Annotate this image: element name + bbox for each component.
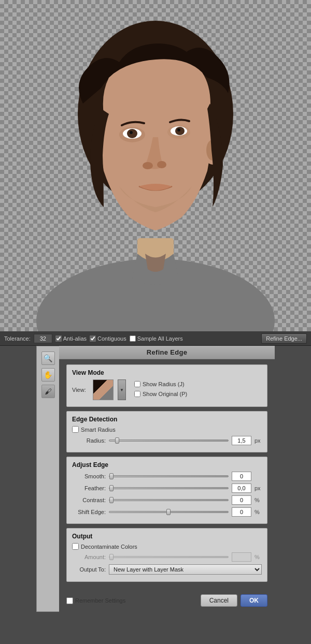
- dialog-footer: Remember Settings Cancel OK: [59, 591, 275, 612]
- anti-alias-checkbox[interactable]: [55, 335, 62, 342]
- contiguous-label: Contiguous: [97, 335, 126, 342]
- view-thumbnail[interactable]: [93, 379, 114, 400]
- output-to-row: Output To: New Layer with Layer Mask Sel…: [72, 564, 262, 575]
- amount-slider-track: [109, 556, 229, 558]
- feather-unit: px: [255, 485, 262, 491]
- refine-edge-dialog-wrapper: 🔍 ✋ 🖌 Refine Edge View Mode View: ▼: [36, 346, 275, 612]
- contiguous-group: Contiguous: [90, 335, 126, 342]
- contrast-value-input[interactable]: [232, 495, 251, 505]
- feather-label: Feather:: [72, 485, 106, 491]
- amount-label: Amount:: [72, 554, 106, 560]
- amount-value-input: [232, 552, 251, 562]
- toolbar: Tolerance: Anti-alias Contiguous Sample …: [0, 331, 311, 346]
- remember-settings-checkbox[interactable]: [66, 597, 73, 604]
- show-original-label: Show Original (P): [143, 391, 187, 397]
- view-mode-title: View Mode: [72, 369, 262, 376]
- decontaminate-label: Decontaminate Colors: [81, 544, 137, 550]
- brush-icon: 🖌: [45, 387, 52, 396]
- shift-edge-row: Shift Edge: %: [72, 507, 262, 517]
- dialog-title: Refine Edge: [59, 346, 275, 359]
- show-original-row: Show Original (P): [134, 391, 187, 397]
- cancel-button[interactable]: Cancel: [201, 594, 237, 607]
- output-section: Output Decontaminate Colors Amount: % Ou…: [66, 528, 267, 582]
- show-radius-checkbox[interactable]: [134, 381, 140, 387]
- smooth-value-input[interactable]: [232, 472, 251, 481]
- radius-slider-track[interactable]: [109, 440, 229, 442]
- ok-button[interactable]: OK: [241, 594, 267, 607]
- show-radius-row: Show Radius (J): [134, 381, 187, 387]
- canvas-area: [0, 0, 311, 331]
- amount-row: Amount: %: [72, 552, 262, 562]
- output-to-label: Output To:: [72, 566, 106, 573]
- magnify-tool-button[interactable]: 🔍: [41, 352, 55, 365]
- shift-edge-slider-track[interactable]: [109, 511, 229, 513]
- remember-settings-row: Remember Settings: [66, 597, 197, 604]
- radius-unit: px: [255, 437, 262, 444]
- feather-row: Feather: px: [72, 484, 262, 493]
- smart-radius-checkbox[interactable]: [72, 426, 79, 433]
- edge-detection-title: Edge Detection: [72, 416, 262, 423]
- anti-alias-group: Anti-alias: [55, 335, 87, 342]
- show-radius-label: Show Radius (J): [143, 381, 185, 387]
- show-original-checkbox[interactable]: [134, 391, 140, 397]
- view-mode-section: View Mode View: ▼ Show Radius (J): [66, 364, 267, 407]
- amount-slider-thumb: [109, 554, 114, 560]
- sample-all-layers-group: Sample All Layers: [130, 335, 183, 342]
- decontaminate-checkbox[interactable]: [72, 543, 79, 550]
- adjust-edge-section: Adjust Edge Smooth: Feather: p: [66, 457, 267, 524]
- tolerance-label: Tolerance:: [4, 335, 31, 342]
- amount-unit: %: [255, 554, 262, 560]
- refine-edge-button[interactable]: Refine Edge...: [261, 333, 307, 344]
- view-thumb-image: [93, 380, 113, 400]
- anti-alias-label: Anti-alias: [63, 335, 87, 342]
- feather-slider-thumb[interactable]: [109, 485, 114, 491]
- radius-row: Radius: px: [72, 436, 262, 445]
- feather-value-input[interactable]: [232, 484, 251, 493]
- sample-all-layers-label: Sample All Layers: [137, 335, 183, 342]
- decontaminate-row: Decontaminate Colors: [72, 543, 262, 550]
- dialog-body: View Mode View: ▼ Show Radius (J): [59, 359, 275, 591]
- smart-radius-label: Smart Radius: [81, 427, 116, 433]
- shift-edge-value-input[interactable]: [232, 507, 251, 517]
- svg-point-16: [157, 161, 166, 168]
- view-mode-row: View: ▼ Show Radius (J) Show Original (P…: [72, 379, 262, 400]
- shift-edge-label: Shift Edge:: [72, 509, 106, 515]
- smooth-label: Smooth:: [72, 473, 106, 479]
- shift-edge-slider-thumb[interactable]: [166, 509, 171, 515]
- contrast-label: Contrast:: [72, 497, 106, 503]
- radius-label: Radius:: [72, 437, 106, 444]
- contiguous-checkbox[interactable]: [90, 335, 96, 342]
- sample-all-layers-checkbox[interactable]: [130, 335, 136, 342]
- view-label: View:: [72, 387, 89, 393]
- smooth-slider-thumb[interactable]: [109, 473, 114, 479]
- adjust-edge-title: Adjust Edge: [72, 461, 262, 469]
- refine-edge-dialog: Refine Edge View Mode View: ▼ Show Radiu…: [59, 346, 275, 612]
- tool-panel: 🔍 ✋ 🖌: [36, 346, 59, 612]
- magnify-icon: 🔍: [44, 354, 52, 362]
- radius-value-input[interactable]: [232, 436, 251, 445]
- brush-tool-button[interactable]: 🖌: [41, 385, 55, 398]
- shift-edge-unit: %: [255, 509, 262, 515]
- svg-point-15: [143, 162, 153, 169]
- edge-detection-section: Edge Detection Smart Radius Radius: px: [66, 411, 267, 452]
- smooth-row: Smooth:: [72, 472, 262, 481]
- contrast-slider-thumb[interactable]: [109, 497, 114, 503]
- svg-point-11: [130, 131, 133, 134]
- remember-settings-label: Remember Settings: [75, 597, 125, 604]
- contrast-slider-track[interactable]: [109, 499, 229, 501]
- output-title: Output: [72, 533, 262, 540]
- view-dropdown-button[interactable]: ▼: [118, 379, 126, 400]
- output-to-select[interactable]: New Layer with Layer Mask Selection Laye…: [109, 564, 262, 575]
- feather-slider-track[interactable]: [109, 487, 229, 489]
- tolerance-input[interactable]: [34, 334, 52, 343]
- smooth-slider-track[interactable]: [109, 475, 229, 477]
- radius-slider-thumb[interactable]: [115, 437, 119, 444]
- smart-radius-row: Smart Radius: [72, 426, 262, 433]
- hand-icon: ✋: [44, 371, 52, 379]
- svg-point-14: [177, 128, 180, 131]
- contrast-unit: %: [255, 497, 262, 503]
- contrast-row: Contrast: %: [72, 495, 262, 505]
- hand-tool-button[interactable]: ✋: [41, 368, 55, 382]
